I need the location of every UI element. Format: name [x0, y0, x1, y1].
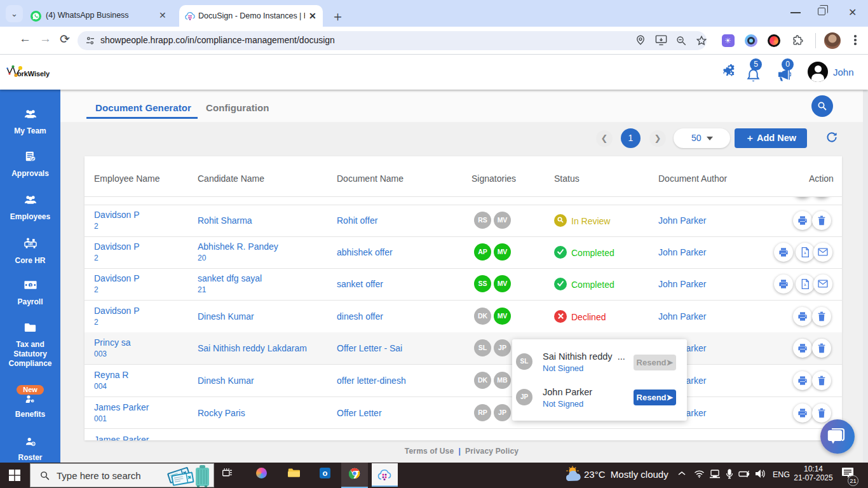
svg-text:λ: λ	[804, 251, 806, 255]
svg-text:HR: HR	[28, 242, 33, 246]
svg-text:λ: λ	[804, 283, 806, 287]
